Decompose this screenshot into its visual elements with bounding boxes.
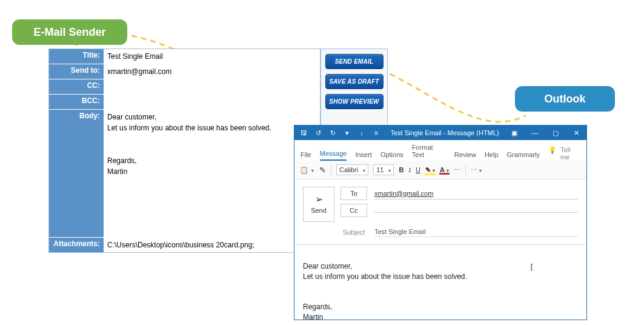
tab-options[interactable]: Options — [380, 150, 403, 161]
undo-icon[interactable]: ↺ — [313, 129, 324, 137]
redo-icon[interactable]: ↻ — [327, 129, 338, 137]
send-label: Send — [311, 207, 327, 214]
tab-message[interactable]: Message — [320, 149, 347, 161]
tell-me-label[interactable]: Tell me — [560, 146, 580, 161]
label-body: Body: — [49, 110, 104, 237]
outlook-window: 🖫 ↺ ↻ ▾ ↓ ≡ Test Single Email - Message … — [294, 125, 587, 320]
subject-field[interactable]: Test Single Email — [374, 227, 578, 237]
qa-overflow-icon[interactable]: ≡ — [371, 129, 382, 136]
lightbulb-icon: 💡 — [548, 146, 557, 161]
save-icon[interactable]: 🖫 — [298, 129, 309, 136]
minimize-button[interactable]: ― — [525, 126, 545, 140]
font-name-select[interactable]: Calibri — [336, 164, 368, 175]
italic-button[interactable]: I — [408, 166, 411, 173]
ribbon-separator-2 — [465, 164, 466, 176]
tab-review[interactable]: Review — [454, 150, 476, 161]
qa-arrow-icon[interactable]: ↓ — [356, 129, 367, 136]
underline-button[interactable]: U — [416, 166, 420, 173]
show-preview-button[interactable]: SHOW PREVIEW — [325, 94, 383, 109]
bold-button[interactable]: B — [399, 166, 403, 173]
cc-field[interactable] — [374, 209, 578, 213]
label-cc: CC: — [49, 79, 104, 94]
paste-button[interactable]: 📋 — [299, 166, 314, 175]
save-as-draft-button[interactable]: SAVE AS DRAFT — [325, 74, 383, 89]
cc-input[interactable] — [107, 81, 316, 92]
outlook-pill: Outlook — [515, 86, 615, 112]
send-icon: ➢ — [315, 195, 323, 204]
to-button[interactable]: To — [340, 187, 367, 200]
to-field[interactable]: xmartin@gmail.com — [374, 188, 578, 199]
close-button[interactable]: ✕ — [566, 126, 586, 140]
window-title: Test Single Email - Message (HTML) — [385, 129, 504, 136]
ribbon-toolbar: 📋 ✎ Calibri 11 B I U ✎ A ⋯ ⋯ — [294, 161, 586, 179]
tab-file[interactable]: File — [300, 150, 311, 161]
tab-insert[interactable]: Insert — [355, 150, 372, 161]
email-sender-pill-label: E-Mail Sender — [33, 26, 105, 39]
tab-format-text[interactable]: Format Text — [412, 142, 446, 161]
ribbon-separator — [331, 164, 331, 176]
ribbon-tabs: File Message Insert Options Format Text … — [294, 140, 586, 161]
highlight-button[interactable]: ✎ — [425, 166, 435, 174]
font-size-select[interactable]: 11 — [373, 164, 394, 175]
font-size-value: 11 — [376, 166, 383, 173]
font-color-button[interactable]: A — [440, 166, 449, 173]
send-email-button[interactable]: SEND EMAIL — [325, 54, 383, 69]
cc-button[interactable]: Cc — [340, 204, 367, 217]
maximize-button[interactable]: ▢ — [545, 126, 566, 140]
tab-help[interactable]: Help — [485, 150, 499, 161]
message-body[interactable]: Dear customer, Let us inform you about t… — [294, 244, 586, 325]
subject-label: Subject — [340, 229, 367, 236]
send-button[interactable]: ➢ Send — [303, 187, 334, 222]
format-painter-icon[interactable]: ✎ — [319, 166, 326, 175]
ribbon-overflow-icon[interactable]: ⋯ — [471, 166, 482, 174]
ribbon-more-icon[interactable]: ⋯ — [454, 166, 460, 174]
email-sender-pill: E-Mail Sender — [12, 19, 127, 45]
label-bcc: BCC: — [49, 95, 104, 109]
bcc-input[interactable] — [107, 96, 316, 107]
label-title: Title: — [49, 49, 104, 64]
qa-chevron-icon[interactable]: ▾ — [342, 129, 353, 137]
outlook-titlebar: 🖫 ↺ ↻ ▾ ↓ ≡ Test Single Email - Message … — [294, 126, 586, 140]
to-value: xmartin@gmail.com — [374, 190, 433, 197]
outlook-pill-label: Outlook — [545, 93, 586, 106]
ribbon-collapse-icon[interactable]: ▣ — [504, 126, 525, 140]
label-attachments: Attachments: — [49, 238, 104, 252]
sendto-input[interactable] — [107, 66, 316, 77]
label-sendto: Send to: — [49, 64, 104, 79]
font-name-value: Calibri — [339, 166, 358, 173]
text-cursor-icon: I — [530, 261, 533, 274]
title-input[interactable] — [107, 51, 316, 62]
body-textarea[interactable]: Dear customer, Let us inform you about t… — [104, 110, 320, 237]
tab-grammarly[interactable]: Grammarly — [507, 150, 540, 161]
message-body-text: Dear customer, Let us inform you about t… — [303, 262, 467, 321]
